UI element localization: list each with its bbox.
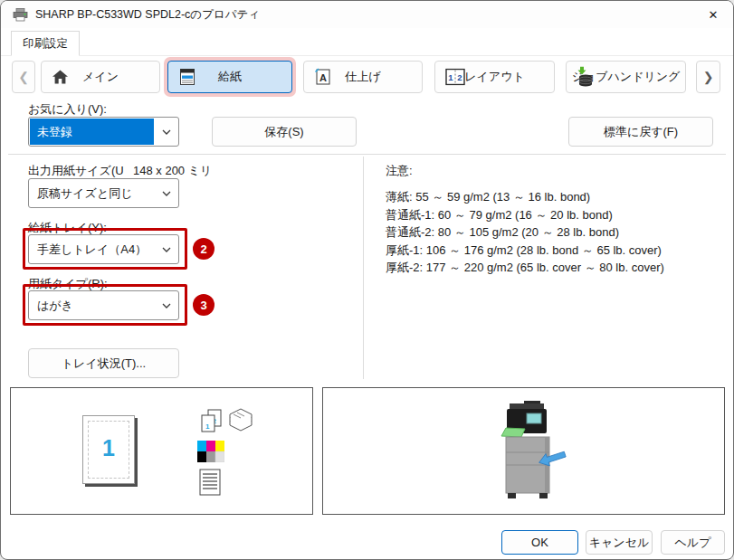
chevron-down-icon (162, 303, 171, 308)
cancel-button[interactable]: キャンセル (586, 530, 653, 555)
nav-back-button[interactable]: ❮ (12, 61, 35, 93)
nav-item-finishing[interactable]: A 仕上げ (303, 61, 423, 93)
chevron-left-icon: ❮ (18, 70, 29, 84)
notes-line: 普通紙-1: 60 ～ 79 g/m2 (16 ～ 20 lb. bond) (386, 206, 664, 224)
step-badge-2: 2 (193, 238, 214, 260)
restore-defaults-button[interactable]: 標準に戻す(F) (568, 117, 713, 147)
chevron-down-icon (162, 129, 171, 135)
page-number: 1 (83, 435, 134, 461)
tab-print-settings[interactable]: 印刷設定 (11, 31, 80, 56)
save-button[interactable]: 保存(S) (212, 117, 357, 147)
notes-block: 薄紙: 55 ～ 59 g/m2 (13 ～ 16 lb. bond) 普通紙-… (386, 188, 664, 277)
paper-tray-value: 手差しトレイ（A4） (30, 236, 154, 262)
output-size-dropdown[interactable]: 原稿サイズと同じ (28, 178, 179, 208)
page-preview: 1 (82, 415, 135, 484)
output-size-dimensions: 148 x 200 ミリ (133, 163, 212, 179)
paper-source-icon (178, 68, 196, 86)
paper-stack-icon (228, 408, 253, 432)
printer-app-icon (13, 8, 28, 22)
output-size-value: 原稿サイズと同じ (30, 180, 154, 206)
close-icon[interactable]: ✕ (693, 1, 733, 28)
paper-tray-dropdown[interactable]: 手差しトレイ（A4） (28, 234, 179, 264)
favorites-label: お気に入り(V): (28, 101, 107, 118)
chevron-right-icon: ❯ (703, 70, 714, 84)
job-handling-icon (577, 67, 595, 88)
nav-item-label: メイン (82, 69, 119, 85)
nav-forward-button[interactable]: ❯ (696, 61, 720, 93)
paper-type-dropdown[interactable]: はがき (28, 290, 179, 320)
nav-item-label: レイアウト (464, 69, 525, 85)
horizontal-divider (8, 154, 726, 155)
printer-properties-dialog: SHARP BP-C533WD SPDL2-cのプロパティ ✕ 印刷設定 ❮ メ… (0, 0, 734, 560)
nav-item-main[interactable]: メイン (41, 61, 160, 93)
nav-item-layout[interactable]: 1 2 レイアウト (434, 61, 555, 93)
vertical-divider (363, 157, 364, 379)
nav-item-job-handling[interactable]: ジョブハンドリング (566, 61, 686, 93)
nav-item-paper-source[interactable]: 給紙 (167, 61, 292, 93)
svg-text:2: 2 (457, 72, 462, 82)
notes-line: 薄紙: 55 ～ 59 g/m2 (13 ～ 16 lb. bond) (386, 188, 664, 206)
help-button[interactable]: ヘルプ (661, 530, 725, 555)
document-icon (199, 469, 221, 496)
svg-text:1: 1 (205, 422, 210, 431)
ok-button[interactable]: OK (501, 530, 578, 555)
copies-icon: 2 1 (197, 408, 224, 433)
tray-status-button[interactable]: トレイ状況(T)... (28, 348, 179, 378)
notes-line: 厚紙-2: 177 ～ 220 g/m2 (65 lb. cover ～ 80 … (386, 259, 664, 277)
printer-preview-panel (322, 387, 725, 515)
svg-text:A: A (319, 72, 327, 83)
notes-line: 厚紙-1: 106 ～ 176 g/m2 (28 lb. bond ～ 65 l… (386, 242, 664, 260)
nav-item-label: 仕上げ (345, 69, 380, 85)
home-icon (52, 70, 69, 85)
printer-illustration (495, 401, 567, 504)
favorites-selected-value: 未登録 (30, 119, 154, 145)
finishing-icon: A (314, 68, 332, 86)
step-badge-3: 3 (193, 294, 214, 316)
window-title: SHARP BP-C533WD SPDL2-cのプロパティ (35, 7, 260, 23)
output-size-label: 出力用紙サイズ(U (28, 163, 124, 179)
chevron-down-icon (162, 247, 171, 252)
settings-preview-panel: 1 2 1 (10, 387, 313, 515)
layout-icon: 1 2 (445, 69, 465, 86)
tab-strip-divider (1, 55, 733, 56)
notes-title: 注意: (386, 163, 413, 179)
title-bar: SHARP BP-C533WD SPDL2-cのプロパティ (1, 1, 733, 28)
svg-text:1: 1 (448, 72, 453, 82)
color-mode-cmyk-icon (197, 441, 224, 462)
nav-item-label: 給紙 (218, 69, 242, 85)
paper-type-value: はがき (30, 292, 154, 318)
notes-line: 普通紙-2: 80 ～ 105 g/m2 (20 ～ 28 lb. bond) (386, 223, 664, 242)
favorites-dropdown[interactable]: 未登録 (28, 117, 179, 147)
chevron-down-icon (162, 191, 171, 196)
